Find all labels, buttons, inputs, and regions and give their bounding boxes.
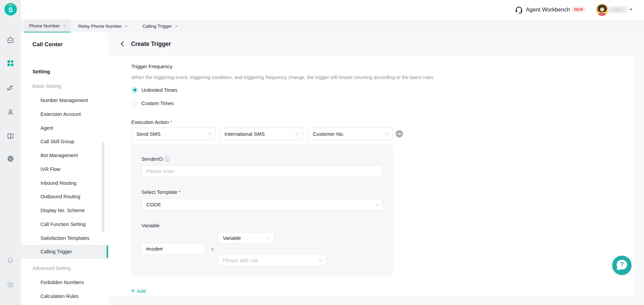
trigger-frequency-label: Trigger Frequency: [131, 63, 172, 69]
avatar[interactable]: [596, 4, 608, 16]
execution-action-target-select[interactable]: Customer No.: [308, 128, 393, 140]
tab-calling-trigger[interactable]: Calling Trigger ×: [137, 20, 183, 32]
top-bar: Agent Workbench NEW: [21, 0, 644, 20]
sidebar-item-outbound-routing[interactable]: Outbound Routing: [21, 190, 109, 204]
sidebar-item-inbound-routing[interactable]: Inbound Routing: [21, 176, 109, 190]
tab-label: Calling Trigger: [142, 24, 172, 29]
agent-workbench-link[interactable]: Agent Workbench: [526, 6, 570, 13]
chevron-down-icon: [295, 131, 299, 135]
chevron-down-icon: [266, 235, 270, 239]
rail-item-home[interactable]: [0, 33, 21, 47]
sidebar-item-ivr-flow[interactable]: IVR Flow: [21, 162, 109, 176]
radio-label: Custom Times: [141, 100, 174, 106]
radio-unselected-icon[interactable]: [132, 101, 137, 106]
variable-type-select[interactable]: Variable: [218, 232, 274, 244]
add-label: Add: [137, 288, 146, 294]
variable-name-input[interactable]: [141, 243, 205, 255]
sidebar-item-extension-account[interactable]: Extension Account: [21, 107, 109, 121]
sidebar-item-call-function-setting[interactable]: Call Function Setting: [21, 218, 109, 231]
select-placeholder: Please add rule: [223, 257, 258, 263]
sidebar-item-display-no-scheme[interactable]: Display No. Scheme: [21, 204, 109, 218]
variable-rule-select[interactable]: Please add rule: [218, 254, 326, 266]
required-asterisk: *: [179, 189, 181, 195]
sidebar-item-agent[interactable]: Agent: [21, 121, 109, 135]
help-question-bubble-icon: ?: [617, 260, 627, 270]
brand-logo[interactable]: S: [4, 3, 17, 16]
select-template-label: Select Template *: [141, 189, 181, 195]
new-badge: NEW: [572, 6, 586, 12]
info-circle-icon[interactable]: i: [165, 156, 170, 161]
chevron-down-icon: [318, 258, 322, 261]
execution-action-channel-select[interactable]: International SMS: [219, 128, 303, 140]
tab-phone-number[interactable]: Phone Number ×: [24, 20, 71, 32]
sidebar-group-basic-setting[interactable]: Basic Setting: [32, 83, 61, 89]
select-value: International SMS: [224, 131, 265, 137]
open-tabs-bar: Phone Number × Relay Phone Number × Call…: [21, 20, 644, 32]
tab-relay-phone-number[interactable]: Relay Phone Number ×: [73, 20, 133, 32]
sidebar-item-number-management[interactable]: Number Management: [21, 94, 109, 107]
home-icon: [6, 36, 15, 44]
rail-item-workflow[interactable]: [0, 81, 21, 95]
tab-label: Phone Number: [29, 23, 60, 28]
plus-icon: +: [131, 287, 135, 294]
execution-action-text: Execution Action: [131, 119, 169, 125]
headset-icon: [514, 5, 524, 14]
sidebar-basic-list: Number Management Extension Account Agen…: [21, 94, 109, 259]
radio-custom-times[interactable]: Custom Times: [132, 100, 174, 106]
select-value: Customer No.: [313, 131, 344, 137]
downloads-tray-icon: [6, 280, 15, 288]
rail-item-agent[interactable]: [0, 105, 21, 119]
workflow-icon: [6, 84, 15, 92]
sidebar-item-bot-management[interactable]: Bot Management: [21, 149, 109, 162]
sidebar-item-calling-trigger[interactable]: Calling Trigger: [21, 245, 109, 259]
rail-item-knowledge[interactable]: [0, 129, 21, 143]
tab-label: Relay Phone Number: [78, 24, 122, 29]
radio-label: Unlimited Times: [141, 87, 178, 93]
template-select[interactable]: CODE: [141, 199, 383, 210]
rail-item-downloads[interactable]: [0, 278, 21, 291]
rail-item-notifications[interactable]: [0, 253, 21, 267]
close-x-icon[interactable]: ×: [63, 23, 66, 28]
sidebar-item-call-skill-group[interactable]: Call Skill Group: [21, 135, 109, 149]
execution-action-type-select[interactable]: Send SMS: [131, 128, 216, 140]
close-x-icon[interactable]: ×: [175, 24, 178, 29]
rail-item-settings[interactable]: [0, 152, 21, 166]
select-value: CODE: [146, 202, 161, 207]
radio-selected-icon[interactable]: [132, 87, 137, 93]
main-content: Create Trigger Trigger Frequency When th…: [109, 32, 644, 305]
back-chevron-icon[interactable]: [121, 41, 126, 47]
radio-unlimited-times[interactable]: Unlimited Times: [132, 87, 178, 93]
sidebar-scrollbar-thumb[interactable]: [102, 142, 104, 232]
select-value: Variable: [223, 235, 241, 241]
sidebar-group-advanced-setting[interactable]: Advanced Setting: [32, 265, 71, 271]
sidebar-item-satisfaction-templates[interactable]: Satisfaction Templates: [21, 231, 109, 245]
apps-grid-icon: [6, 59, 15, 67]
variable-label: Variable: [141, 223, 160, 228]
sender-id-label: SenderID i: [141, 156, 170, 162]
add-action-link[interactable]: + Add: [131, 287, 146, 294]
caret-down-icon[interactable]: [629, 9, 632, 10]
select-value: Send SMS: [136, 131, 161, 137]
trigger-frequency-description: When the triggering event, triggering co…: [131, 75, 433, 80]
logo-arc: [8, 4, 14, 8]
remove-minus-circle-icon[interactable]: [396, 130, 403, 137]
avatar-face: [600, 7, 604, 11]
rail-item-apps[interactable]: [0, 56, 21, 70]
sidebar-item-forbidden-numbers[interactable]: Forbidden Numbers: [21, 276, 109, 289]
sender-id-input[interactable]: [141, 165, 383, 177]
agent-person-icon: [6, 108, 15, 116]
sidebar-section-setting: Setting: [32, 69, 50, 75]
knowledge-book-icon: [6, 132, 15, 140]
help-button[interactable]: ?: [612, 256, 632, 275]
username-blurred: [608, 7, 627, 13]
sidebar-title: Call Center: [32, 41, 63, 48]
sidebar-item-calculation-rules[interactable]: Calculation Rules: [21, 289, 109, 303]
chevron-down-icon: [385, 131, 388, 135]
equals-sign: =: [211, 246, 214, 252]
sidebar-advanced-list: Forbidden Numbers Calculation Rules: [21, 276, 109, 303]
icon-rail: S: [0, 0, 21, 305]
sender-id-text: SenderID: [141, 156, 163, 162]
sms-settings-panel: SenderID i Select Template * CODE Variab…: [131, 144, 393, 276]
close-x-icon[interactable]: ×: [125, 24, 128, 29]
question-mark: ?: [620, 261, 624, 268]
